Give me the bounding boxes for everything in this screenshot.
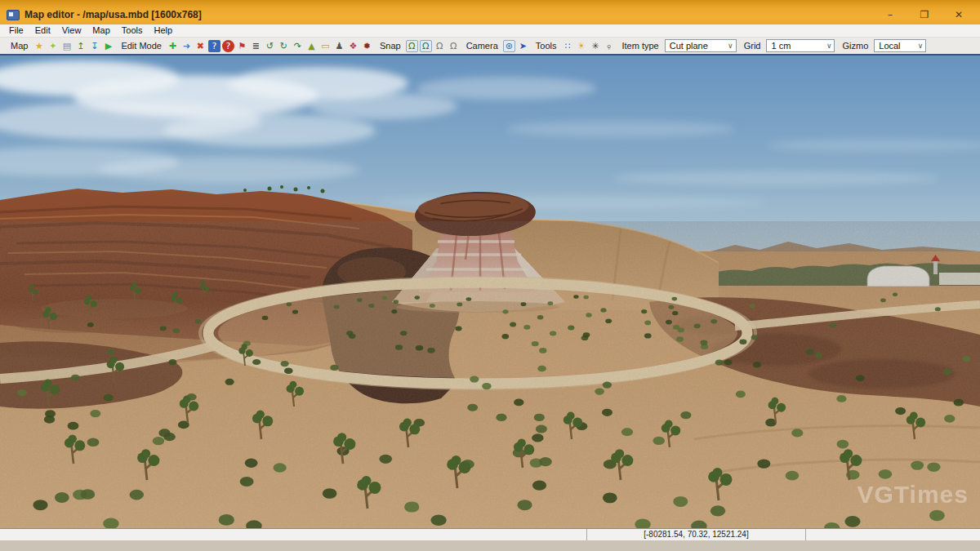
joshua-tree-foliage (369, 482, 381, 494)
rotate-axis-icon[interactable]: ↷ (292, 40, 304, 52)
minimize-button[interactable]: – (884, 9, 897, 20)
bush (844, 516, 860, 527)
menu-item-edit[interactable]: Edit (29, 24, 56, 37)
joshua-tree-foliage (256, 410, 265, 418)
rotate-left-icon[interactable]: ↺ (264, 40, 276, 52)
menu-item-map[interactable]: Map (87, 24, 115, 37)
grid-value: 1 cm (771, 41, 791, 51)
export-icon[interactable]: ↧ (88, 40, 100, 52)
signal-icon[interactable]: ❖ (347, 40, 359, 52)
bush (346, 331, 353, 335)
snap-grid-icon[interactable]: Ω (420, 40, 432, 52)
gizmo-label: Gizmo (842, 41, 868, 51)
free-camera-icon[interactable]: ⊛ (503, 40, 515, 52)
toolbar-group-label-camera: Camera (466, 41, 498, 51)
menu-item-tools[interactable]: Tools (116, 24, 149, 37)
bush (929, 510, 945, 521)
joshua-tree-foliage (572, 418, 582, 428)
properties-icon[interactable]: ? (208, 40, 220, 52)
gizmo-dropdown[interactable]: Local∨ (874, 39, 926, 52)
bush (893, 293, 898, 296)
close-button[interactable]: ✕ (952, 9, 965, 20)
bush (534, 414, 545, 421)
joshua-tree-foliage (30, 284, 34, 288)
terrain-icon[interactable]: ▲ (305, 40, 318, 52)
flag-icon[interactable]: ⚑ (236, 40, 248, 52)
menu-item-file[interactable]: File (3, 24, 29, 37)
bush (502, 334, 510, 339)
menu-item-help[interactable]: Help (148, 24, 178, 37)
bush (653, 437, 665, 445)
add-favorite-icon[interactable]: ✦ (47, 40, 59, 52)
bush (391, 309, 397, 313)
joshua-tree-foliage (136, 288, 141, 294)
bush (430, 304, 435, 308)
map-editor-window: Map editor - /map/usa.mbd [1600x768] – ❐… (0, 0, 980, 551)
select-arrow-icon[interactable]: ➜ (180, 40, 193, 52)
delete-icon[interactable]: ✖ (194, 40, 207, 52)
joshua-tree-foliage (50, 313, 57, 320)
grid-dropdown[interactable]: 1 cm∨ (766, 39, 835, 52)
joshua-tree-foliage (772, 398, 779, 405)
joshua-tree-foliage (202, 281, 206, 285)
import-icon[interactable]: ↥ (74, 40, 87, 52)
bush (710, 505, 726, 516)
bush (954, 399, 964, 407)
rotate-right-icon[interactable]: ↻ (278, 40, 290, 52)
joshua-tree-foliage (290, 381, 297, 389)
bush (470, 376, 479, 383)
window-controls: – ❐ ✕ (884, 9, 972, 20)
joshua-tree-foliage (452, 455, 461, 465)
bush (715, 360, 724, 366)
titlebar[interactable]: Map editor - /map/usa.mbd [1600x768] – ❐… (0, 0, 980, 24)
bush (357, 298, 363, 302)
camera-pointer-icon[interactable]: ➤ (517, 40, 529, 52)
joshua-tree-foliage (110, 357, 118, 364)
bush (523, 325, 530, 330)
bush (672, 297, 678, 301)
bush (379, 455, 392, 464)
snap-node-icon[interactable]: Ω (406, 40, 418, 52)
bush (514, 399, 523, 407)
settings-icon[interactable]: ✳ (589, 40, 601, 52)
bush (837, 440, 849, 449)
viewport-3d[interactable]: VGTimes (0, 56, 980, 528)
run-icon[interactable]: ▶ (102, 40, 114, 52)
snap-item-icon[interactable]: Ω (434, 40, 446, 52)
statusbar-right (806, 529, 980, 540)
menu-item-view[interactable]: View (56, 24, 87, 37)
bush (602, 409, 612, 416)
statusbar-left (0, 529, 586, 540)
selection-box-icon[interactable]: ▭ (319, 40, 332, 52)
bush (292, 310, 298, 314)
bush (673, 496, 688, 507)
bush (245, 459, 258, 468)
grid-view-icon[interactable]: ∷ (561, 40, 573, 52)
item-type-label: Item type (621, 41, 658, 51)
help-icon[interactable]: ? (222, 40, 234, 52)
maximize-button[interactable]: ❐ (918, 9, 931, 20)
node-icon[interactable]: ♟ (333, 40, 345, 52)
item-type-dropdown[interactable]: Cut plane∨ (665, 39, 737, 52)
bush (87, 322, 94, 327)
bush (130, 490, 145, 500)
vehicle-icon[interactable]: ✹ (361, 40, 373, 52)
joshua-tree-foliage (29, 288, 33, 292)
joshua-tree-foliage (850, 455, 862, 466)
bush (536, 425, 547, 433)
zoom-icon[interactable]: ⌕ (600, 37, 617, 54)
bush (532, 481, 546, 491)
bush (287, 302, 292, 306)
sign-icon[interactable]: ≣ (250, 40, 262, 52)
joshua-tree-foliage (69, 434, 77, 442)
snap-terrain-icon[interactable]: Ω (448, 40, 460, 52)
move-icon[interactable]: ✚ (167, 40, 179, 52)
save-icon[interactable]: ▤ (60, 40, 73, 52)
bush (81, 489, 96, 500)
joshua-tree-foliage (262, 415, 273, 426)
bush (584, 295, 589, 300)
bush (676, 336, 684, 341)
sun-icon[interactable]: ☀ (575, 40, 587, 52)
bush (668, 305, 674, 309)
favorite-icon[interactable]: ★ (33, 40, 45, 52)
